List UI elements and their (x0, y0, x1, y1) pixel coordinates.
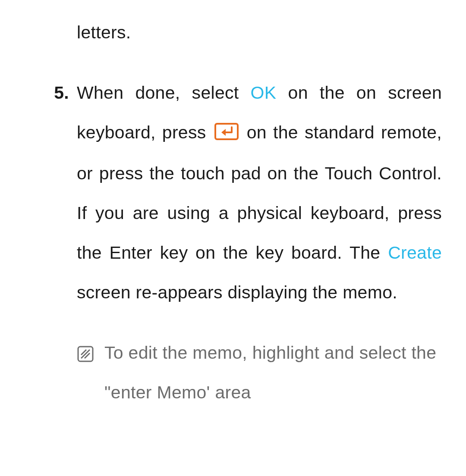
prev-step-fragment: letters. (77, 13, 444, 53)
ok-label: OK (251, 83, 277, 103)
note-icon (77, 333, 104, 363)
step-body: When done, select OK on the on screen ke… (77, 73, 444, 313)
step-5: 5. When done, select OK on the on screen… (22, 73, 444, 313)
note-block: To edit the memo, highlight and select t… (77, 333, 444, 413)
step-text-4: screen re-appears displaying the memo. (77, 282, 397, 302)
document-content: letters. 5. When done, select OK on the … (22, 13, 444, 412)
create-label: Create (388, 243, 442, 263)
note-text: To edit the memo, highlight and select t… (104, 333, 444, 413)
step-text-3: on the standard remote, or press the tou… (77, 122, 442, 263)
fragment-text: letters. (77, 22, 131, 42)
step-text-1: When done, select (77, 83, 251, 103)
enter-icon (214, 115, 239, 154)
step-marker: 5. (22, 73, 77, 113)
